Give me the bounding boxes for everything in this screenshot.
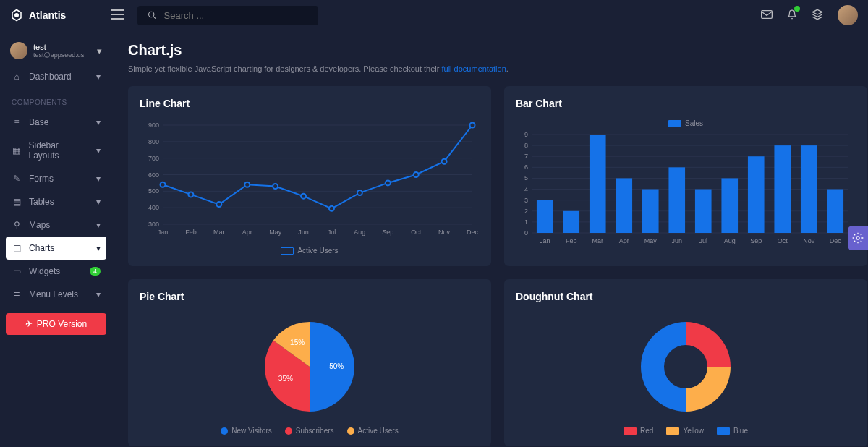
- sidebar-item-layouts[interactable]: ▦ Sidebar Layouts ▾: [6, 134, 106, 167]
- widgets-badge: 4: [90, 267, 101, 276]
- svg-text:Jul: Jul: [699, 237, 707, 244]
- sidebar-item-label: Maps: [29, 220, 50, 230]
- svg-rect-73: [695, 190, 712, 233]
- desktop-icon: ▭: [12, 266, 22, 276]
- main-content: Chart.js Simple yet flexible JavaScript …: [112, 30, 868, 447]
- chevron-down-icon: ▾: [96, 220, 101, 230]
- chart-icon: ◫: [12, 243, 22, 253]
- svg-text:Aug: Aug: [724, 237, 736, 244]
- svg-text:Apr: Apr: [619, 237, 629, 244]
- svg-text:4: 4: [524, 186, 528, 193]
- svg-text:400: 400: [148, 204, 159, 211]
- page-title: Chart.js: [128, 42, 852, 59]
- svg-point-88: [856, 237, 859, 239]
- svg-text:700: 700: [148, 155, 159, 162]
- brand-text: Atlantis: [29, 9, 66, 21]
- svg-text:Apr: Apr: [242, 229, 252, 236]
- svg-text:Nov: Nov: [438, 229, 451, 236]
- svg-point-36: [357, 190, 362, 195]
- card-title: Bar Chart: [516, 98, 856, 109]
- user-email: test@appseed.us: [33, 51, 84, 59]
- svg-text:300: 300: [148, 221, 159, 228]
- chevron-down-icon: ▾: [96, 117, 101, 127]
- svg-rect-63: [563, 211, 579, 233]
- search-box[interactable]: [137, 6, 318, 25]
- svg-text:9: 9: [524, 132, 528, 138]
- svg-text:500: 500: [148, 187, 159, 195]
- svg-text:May: May: [644, 237, 658, 244]
- bar-chart-card: Bar Chart Sales 0123456789JanFebMarAprMa…: [504, 86, 867, 266]
- card-title: Line Chart: [140, 98, 480, 109]
- sidebar-item-dashboard[interactable]: ⌂ Dashboard ▾: [6, 65, 106, 88]
- svg-text:800: 800: [148, 138, 159, 145]
- docs-link[interactable]: full documentation: [442, 64, 506, 73]
- messages-icon[interactable]: [761, 10, 773, 21]
- sidebar-item-charts[interactable]: ◫ Charts ▾: [6, 237, 106, 260]
- svg-text:Sep: Sep: [382, 229, 393, 236]
- svg-rect-67: [616, 178, 632, 233]
- sidebar-user[interactable]: test test@appseed.us ▾: [6, 36, 106, 65]
- svg-rect-2: [762, 10, 773, 18]
- card-title: Pie Chart: [140, 291, 480, 302]
- sidebar-item-menu-levels[interactable]: ≣ Menu Levels ▾: [6, 283, 106, 306]
- sidebar-item-maps[interactable]: ⚲ Maps ▾: [6, 213, 106, 237]
- card-title: Doughnut Chart: [516, 291, 856, 302]
- svg-point-33: [273, 184, 278, 189]
- svg-text:Mar: Mar: [592, 237, 604, 244]
- svg-rect-77: [748, 156, 765, 233]
- svg-point-0: [15, 14, 19, 17]
- svg-text:Sep: Sep: [750, 237, 762, 244]
- table-icon: ▤: [12, 197, 22, 207]
- sidebar-item-label: Dashboard: [29, 72, 72, 82]
- chevron-down-icon: ▾: [96, 243, 101, 253]
- svg-text:Nov: Nov: [803, 237, 815, 244]
- svg-text:50%: 50%: [329, 362, 344, 370]
- svg-point-30: [188, 192, 193, 197]
- page-description: Simple yet flexible JavaScript charting …: [128, 64, 852, 73]
- svg-text:7: 7: [524, 153, 528, 160]
- sidebar-item-label: Widgets: [29, 266, 60, 276]
- sidebar-item-forms[interactable]: ✎ Forms ▾: [6, 167, 106, 190]
- svg-rect-83: [827, 190, 843, 233]
- sidebar-item-tables[interactable]: ▤ Tables ▾: [6, 190, 106, 213]
- sidebar-item-label: Forms: [29, 174, 54, 184]
- svg-rect-69: [642, 190, 659, 233]
- pro-button-label: PRO Version: [37, 319, 87, 329]
- menu-toggle-icon[interactable]: [111, 9, 124, 22]
- brand-logo[interactable]: Atlantis: [10, 9, 111, 22]
- user-avatar[interactable]: [838, 5, 858, 25]
- layers-icon[interactable]: [812, 9, 823, 22]
- svg-text:15%: 15%: [290, 339, 305, 346]
- search-input[interactable]: [164, 10, 308, 21]
- svg-text:Dec: Dec: [830, 237, 842, 244]
- line-chart: 300400500600700800900JanFebMarAprMayJunJ…: [140, 119, 480, 241]
- gear-icon: [852, 232, 864, 244]
- pro-button[interactable]: ✈ PRO Version: [6, 313, 106, 335]
- line-chart-legend: Active Users: [140, 247, 480, 255]
- svg-point-32: [244, 182, 250, 187]
- sidebar-item-widgets[interactable]: ▭ Widgets 4: [6, 260, 106, 283]
- svg-text:0: 0: [524, 229, 528, 237]
- sidebar-item-label: Tables: [29, 197, 54, 207]
- svg-text:Aug: Aug: [354, 229, 365, 236]
- svg-text:Oct: Oct: [411, 229, 422, 236]
- pin-icon: ⚲: [12, 220, 22, 230]
- user-name: test: [33, 43, 84, 51]
- sidebar: test test@appseed.us ▾ ⌂ Dashboard ▾ COM…: [0, 30, 112, 447]
- svg-text:Jun: Jun: [298, 229, 309, 236]
- sidebar-item-label: Base: [29, 117, 48, 127]
- svg-point-35: [329, 206, 334, 211]
- chevron-down-icon: ▾: [96, 174, 101, 184]
- svg-text:5: 5: [524, 174, 528, 182]
- pie-chart: 50%35%15%: [140, 312, 480, 421]
- svg-rect-79: [774, 145, 791, 233]
- doughnut-chart-card: Doughnut Chart RedYellowBlue: [504, 279, 867, 446]
- settings-drawer-toggle[interactable]: [848, 226, 868, 250]
- notifications-icon[interactable]: [787, 9, 797, 22]
- svg-point-40: [470, 123, 475, 128]
- svg-text:Feb: Feb: [185, 229, 197, 236]
- svg-text:2: 2: [524, 208, 528, 215]
- svg-text:Jan: Jan: [540, 237, 550, 244]
- svg-text:Jun: Jun: [671, 237, 682, 244]
- sidebar-item-base[interactable]: ≡ Base ▾: [6, 111, 106, 134]
